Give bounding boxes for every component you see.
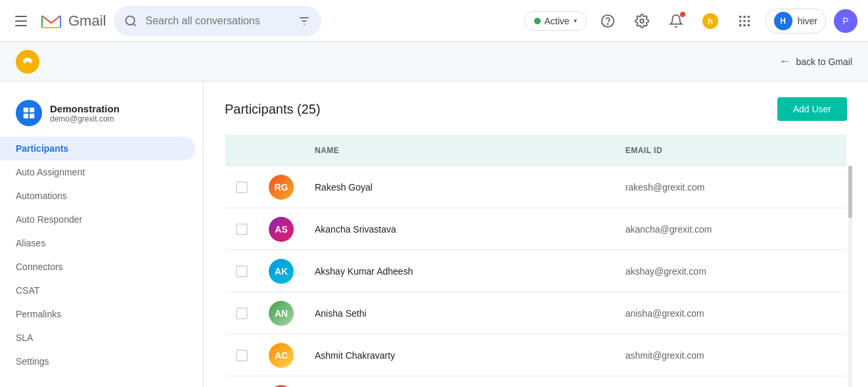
participant-name: Akshay Kumar Adheesh xyxy=(315,266,413,277)
table-row[interactable]: RG Rakesh Goyal rakesh@grexit.com xyxy=(225,166,847,208)
scrollbar-thumb[interactable] xyxy=(848,166,852,218)
participant-name: Ashmit Chakravarty xyxy=(315,350,395,361)
notifications-button[interactable] xyxy=(663,8,689,34)
hiver-brand-badge[interactable]: H hiver xyxy=(765,9,826,34)
svg-point-23 xyxy=(29,59,31,61)
participant-avatar: AB xyxy=(269,385,294,388)
svg-point-17 xyxy=(739,24,741,26)
svg-point-8 xyxy=(640,19,644,23)
content-header: Participants (25) Add User xyxy=(225,97,847,121)
row-checkbox-cell xyxy=(225,292,259,334)
org-avatar xyxy=(16,100,42,126)
svg-point-22 xyxy=(25,59,27,61)
row-email-cell: ashmit@grexit.com xyxy=(615,334,847,376)
top-navigation: Gmail Active ▾ xyxy=(0,0,868,42)
nav-items-container: ParticipantsAuto AssignmentAutomationsAu… xyxy=(0,137,203,373)
row-checkbox[interactable] xyxy=(236,307,248,319)
org-email: demo@grexit.com xyxy=(50,114,120,124)
participant-avatar: AK xyxy=(269,259,294,284)
svg-point-21 xyxy=(25,62,30,66)
sidebar-item-participants[interactable]: Participants xyxy=(0,137,195,160)
sidebar-item-csat[interactable]: CSAT xyxy=(0,279,195,302)
search-input[interactable] xyxy=(145,15,290,27)
back-to-gmail-link[interactable]: ← back to Gmail xyxy=(779,55,852,68)
svg-point-14 xyxy=(739,20,741,22)
svg-rect-27 xyxy=(30,114,34,118)
row-checkbox-cell xyxy=(225,334,259,376)
row-name-cell: Rakesh Goyal xyxy=(304,166,615,208)
th-name: NAME xyxy=(304,135,615,166)
svg-point-13 xyxy=(747,15,750,18)
row-name-cell: Atharva Bahirat xyxy=(304,376,615,388)
sidebar-item-auto-assignment[interactable]: Auto Assignment xyxy=(0,160,195,184)
participants-table: NAME EMAIL ID RG Rakesh Goyal rakesh@gre… xyxy=(225,134,847,387)
sidebar-item-permalinks[interactable]: Permalinks xyxy=(0,302,195,326)
participant-avatar: AC xyxy=(269,343,294,368)
sidebar-item-aliases[interactable]: Aliases xyxy=(0,231,195,255)
apps-button[interactable] xyxy=(731,8,758,34)
main-layout: Demonstration demo@grexit.com Participan… xyxy=(0,81,868,387)
sidebar-item-settings[interactable]: Settings xyxy=(0,350,195,373)
search-tune-icon[interactable] xyxy=(298,14,311,28)
sidebar: Demonstration demo@grexit.com Participan… xyxy=(0,81,204,387)
hiver-bee-button[interactable]: h xyxy=(697,8,723,34)
row-checkbox[interactable] xyxy=(236,350,248,361)
org-name: Demonstration xyxy=(50,103,120,114)
row-avatar-cell: AB xyxy=(258,376,304,388)
sidebar-item-automations[interactable]: Automations xyxy=(0,184,195,208)
add-user-button[interactable]: Add User xyxy=(777,97,847,121)
help-icon xyxy=(601,14,615,28)
hiver-brand-text: hiver xyxy=(798,16,817,26)
row-email-cell: akshay@grexit.com xyxy=(615,250,847,292)
help-button[interactable] xyxy=(595,8,621,34)
participant-avatar: RG xyxy=(269,175,294,200)
hiver-logo: H xyxy=(774,12,792,30)
table-row[interactable]: AC Ashmit Chakravarty ashmit@grexit.com xyxy=(225,334,847,376)
scrollbar-track[interactable] xyxy=(848,166,852,387)
participant-email: akancha@grexit.com xyxy=(626,224,712,235)
search-icon xyxy=(124,14,137,28)
svg-point-12 xyxy=(743,15,746,18)
table-body: RG Rakesh Goyal rakesh@grexit.com AS Aka… xyxy=(225,166,847,388)
row-checkbox[interactable] xyxy=(236,181,248,193)
row-avatar-cell: AK xyxy=(258,250,304,292)
row-checkbox-cell xyxy=(225,166,259,208)
participant-name: Akancha Srivastava xyxy=(315,224,396,235)
svg-point-16 xyxy=(747,20,750,22)
table-container: NAME EMAIL ID RG Rakesh Goyal rakesh@gre… xyxy=(225,134,847,387)
settings-icon xyxy=(635,14,649,28)
participant-avatar: AS xyxy=(269,217,294,242)
svg-point-1 xyxy=(126,16,135,24)
row-checkbox-cell xyxy=(225,250,259,292)
row-email-cell: atharva@grexit.com xyxy=(615,376,847,388)
row-name-cell: Akshay Kumar Adheesh xyxy=(304,250,615,292)
svg-point-18 xyxy=(743,24,746,26)
settings-button[interactable] xyxy=(629,8,655,34)
table-row[interactable]: AB Atharva Bahirat atharva@grexit.com xyxy=(225,376,847,388)
table-row[interactable]: AK Akshay Kumar Adheesh akshay@grexit.co… xyxy=(225,250,847,292)
svg-point-15 xyxy=(743,20,746,22)
row-checkbox[interactable] xyxy=(236,265,248,277)
active-chevron-icon: ▾ xyxy=(574,17,577,24)
table-row[interactable]: AS Akancha Srivastava akancha@grexit.com xyxy=(225,208,847,250)
sidebar-item-connectors[interactable]: Connectors xyxy=(0,255,195,279)
hamburger-menu-button[interactable] xyxy=(11,11,32,32)
search-bar[interactable] xyxy=(114,6,321,36)
back-to-gmail-text: back to Gmail xyxy=(796,57,852,67)
org-section: Demonstration demo@grexit.com xyxy=(0,95,203,137)
org-info: Demonstration demo@grexit.com xyxy=(50,103,120,124)
participant-email: anisha@grexit.com xyxy=(626,308,704,319)
th-avatar xyxy=(258,135,304,166)
user-avatar[interactable]: P xyxy=(834,9,857,33)
row-email-cell: anisha@grexit.com xyxy=(615,292,847,334)
row-checkbox[interactable] xyxy=(236,223,248,235)
svg-text:h: h xyxy=(708,16,713,26)
table-row[interactable]: AN Anisha Sethi anisha@grexit.com xyxy=(225,292,847,334)
sidebar-item-sla[interactable]: SLA xyxy=(0,326,195,350)
notification-dot xyxy=(680,12,685,17)
content-area: Participants (25) Add User NAME EMAIL ID xyxy=(204,81,868,387)
sidebar-item-auto-responder[interactable]: Auto Responder xyxy=(0,208,195,231)
active-status-badge[interactable]: Active ▾ xyxy=(524,11,587,31)
active-dot xyxy=(534,18,541,24)
row-email-cell: akancha@grexit.com xyxy=(615,208,847,250)
